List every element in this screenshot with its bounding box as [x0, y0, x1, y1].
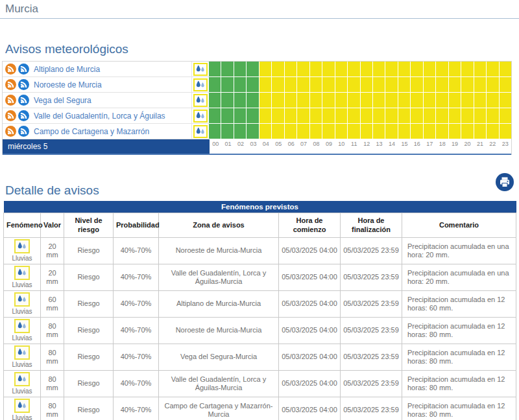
- hour-cell-07: [297, 124, 309, 139]
- zone-link[interactable]: Noroeste de Murcia: [34, 80, 102, 89]
- hour-cell-19: [449, 77, 461, 93]
- zone-link[interactable]: Vega del Segura: [34, 96, 91, 105]
- hour-cell-01: [221, 77, 233, 93]
- hour-cell-15: [398, 124, 410, 139]
- hour-cell-16: [411, 77, 422, 93]
- hour-cell-05: [272, 77, 284, 93]
- hour-cell-22: [487, 77, 498, 93]
- hour-cell-09: [322, 93, 334, 108]
- hour-cell-09: [322, 124, 334, 139]
- hour-cell-14: [385, 124, 397, 139]
- col-hora-comienzo: Hora de comienzo: [279, 213, 341, 237]
- value-cell: 60 mm: [41, 290, 64, 317]
- hour-cell-05: [272, 62, 284, 77]
- col-nivel-riesgo: Nivel de riesgo: [64, 213, 114, 237]
- zone-link[interactable]: Altiplano de Murcia: [34, 65, 100, 74]
- hour-cell-05: [272, 108, 284, 124]
- rain-drops-icon: [193, 63, 208, 76]
- hour-cell-00: [209, 108, 221, 124]
- hour-cell-07: [297, 93, 309, 108]
- detail-table-row: Lluvias 60 mm Riesgo 40%-70% Altiplano d…: [4, 290, 516, 317]
- rss-orange-icon[interactable]: [5, 95, 16, 106]
- hour-cell-18: [436, 93, 448, 108]
- hour-axis: 0001020304050607080910111213141516171819…: [210, 139, 511, 154]
- hour-cell-06: [285, 62, 296, 77]
- end-time-cell: 05/03/2025 23:59: [341, 290, 402, 317]
- hour-label: 17: [424, 141, 435, 154]
- warning-zone-row: Valle del Guadalentín, Lorca y Águilas: [3, 108, 511, 124]
- hour-cell-15: [398, 108, 410, 124]
- zone-name-cell: Altiplano de Murcia-Murcia: [159, 290, 279, 317]
- zone-link[interactable]: Campo de Cartagena y Mazarrón: [34, 127, 149, 136]
- hour-cell-08: [310, 62, 322, 77]
- hour-cell-08: [310, 77, 322, 93]
- rain-drops-icon: [14, 399, 30, 413]
- page-title: Murcia: [0, 0, 519, 19]
- value-cell: 80 mm: [41, 317, 64, 344]
- hour-cell-08: [310, 124, 322, 139]
- rss-orange-icon[interactable]: [5, 79, 16, 90]
- zone-cell: Campo de Cartagena y Mazarrón: [3, 124, 191, 139]
- zone-link[interactable]: Valle del Guadalentín, Lorca y Águilas: [34, 111, 165, 121]
- hour-cell-17: [424, 77, 435, 93]
- rss-orange-icon[interactable]: [5, 110, 16, 121]
- printer-icon[interactable]: [496, 173, 514, 191]
- hour-label: 03: [247, 141, 259, 154]
- col-zona-avisos: Zona de avisos: [159, 213, 279, 237]
- phenomenon-label: Lluvias: [12, 307, 32, 316]
- hour-label: 07: [298, 141, 309, 154]
- hour-cell-01: [221, 93, 233, 108]
- hour-cell-13: [373, 77, 385, 93]
- rain-warning-cell: [191, 77, 209, 93]
- comment-cell: Precipitacion acumulada en 12 horas: 80 …: [402, 317, 516, 344]
- rss-blue-icon[interactable]: [18, 126, 29, 137]
- risk-level-cell: Riesgo: [64, 370, 114, 397]
- hour-label: 05: [272, 141, 284, 154]
- rain-drops-icon: [14, 266, 30, 280]
- rss-orange-icon[interactable]: [5, 126, 16, 137]
- hour-cell-18: [436, 124, 448, 139]
- phenomenon-label: Lluvias: [12, 387, 32, 395]
- rain-drops-icon: [14, 239, 30, 253]
- detail-section-heading: Detalle de avisos: [0, 173, 519, 198]
- rain-drops-icon: [14, 372, 30, 386]
- warnings-detail-table: Fenómenos previstos Fenómeno Valor Nivel…: [3, 201, 516, 420]
- end-time-cell: 05/03/2025 23:59: [341, 370, 402, 397]
- hour-cell-15: [398, 93, 410, 108]
- hour-cell-14: [385, 93, 397, 108]
- start-time-cell: 05/03/2025 04:00: [279, 264, 341, 290]
- hour-cell-00: [209, 77, 221, 93]
- hour-cell-23: [500, 62, 511, 77]
- comment-cell: Precipitacion acumulada en 12 horas: 80 …: [402, 344, 516, 370]
- probability-cell: 40%-70%: [114, 317, 159, 344]
- hour-cell-17: [424, 93, 435, 108]
- zone-cell: Noroeste de Murcia: [3, 77, 191, 93]
- hour-label: 12: [361, 141, 372, 154]
- rain-warning-cell: [191, 124, 209, 139]
- hour-cell-19: [449, 62, 461, 77]
- phenomenon-label: Lluvias: [12, 334, 32, 342]
- hour-cell-09: [322, 77, 334, 93]
- rss-blue-icon[interactable]: [18, 79, 29, 90]
- hour-label: 20: [461, 141, 473, 154]
- zone-name-cell: Campo de Cartagena y Mazarrón-Murcia: [159, 397, 279, 420]
- hour-cell-00: [209, 124, 221, 139]
- hour-cell-14: [385, 62, 397, 77]
- rss-blue-icon[interactable]: [18, 64, 29, 75]
- hour-cell-20: [461, 77, 473, 93]
- rss-orange-icon[interactable]: [5, 64, 16, 75]
- rain-drops-icon: [193, 110, 208, 122]
- rss-blue-icon[interactable]: [18, 95, 29, 106]
- hour-cells-row: [209, 62, 511, 77]
- start-time-cell: 05/03/2025 04:00: [279, 237, 341, 264]
- hour-cell-10: [335, 62, 347, 77]
- comment-cell: Precipitacion acumulada en 12 horas: 60 …: [402, 290, 516, 317]
- hour-label: 09: [323, 141, 335, 154]
- rss-blue-icon[interactable]: [18, 110, 29, 121]
- col-hora-finalizacion: Hora de finalización: [341, 213, 402, 237]
- hour-cell-00: [209, 93, 221, 108]
- risk-level-cell: Riesgo: [64, 237, 114, 264]
- zone-name-cell: Noroeste de Murcia-Murcia: [159, 317, 279, 344]
- hour-cell-05: [272, 93, 284, 108]
- rain-drops-icon: [14, 292, 30, 307]
